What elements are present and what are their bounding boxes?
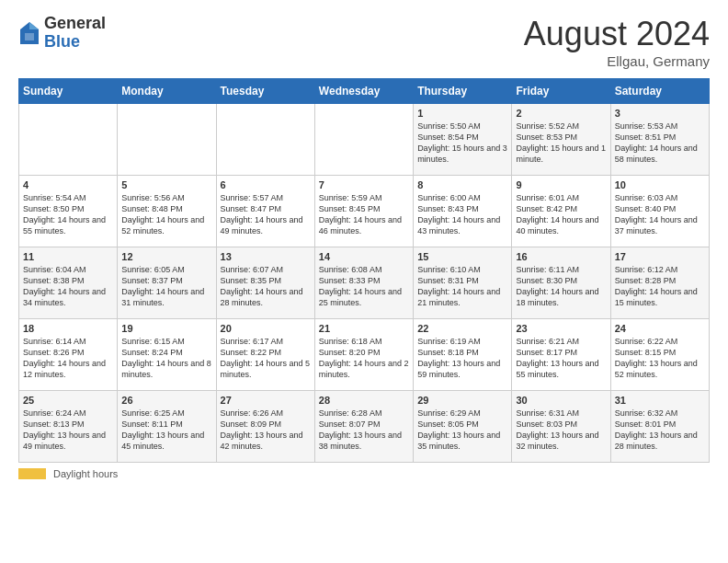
location: Ellgau, Germany	[524, 53, 710, 69]
cell-1-5: 9Sunrise: 6:01 AM Sunset: 8:42 PM Daylig…	[512, 176, 610, 247]
day-number: 6	[221, 179, 311, 190]
day-info: Sunrise: 5:50 AM Sunset: 8:54 PM Dayligh…	[417, 121, 507, 166]
day-info: Sunrise: 6:15 AM Sunset: 8:24 PM Dayligh…	[121, 336, 211, 381]
day-number: 18	[23, 323, 113, 334]
day-info: Sunrise: 6:26 AM Sunset: 8:09 PM Dayligh…	[221, 408, 311, 453]
day-number: 3	[615, 108, 705, 119]
cell-4-1: 26Sunrise: 6:25 AM Sunset: 8:11 PM Dayli…	[118, 391, 216, 463]
day-number: 26	[121, 395, 211, 406]
svg-rect-2	[25, 33, 34, 40]
day-info: Sunrise: 6:19 AM Sunset: 8:18 PM Dayligh…	[417, 336, 507, 381]
cell-3-5: 23Sunrise: 6:21 AM Sunset: 8:17 PM Dayli…	[512, 319, 610, 391]
day-number: 1	[417, 108, 507, 119]
day-info: Sunrise: 6:03 AM Sunset: 8:40 PM Dayligh…	[615, 192, 705, 237]
day-info: Sunrise: 6:14 AM Sunset: 8:26 PM Dayligh…	[23, 336, 113, 381]
day-info: Sunrise: 6:21 AM Sunset: 8:17 PM Dayligh…	[516, 336, 606, 381]
day-number: 22	[417, 323, 507, 334]
cell-4-0: 25Sunrise: 6:24 AM Sunset: 8:13 PM Dayli…	[19, 391, 118, 463]
week-row-4: 25Sunrise: 6:24 AM Sunset: 8:13 PM Dayli…	[19, 391, 710, 463]
day-info: Sunrise: 6:22 AM Sunset: 8:15 PM Dayligh…	[615, 336, 705, 381]
day-info: Sunrise: 6:10 AM Sunset: 8:31 PM Dayligh…	[417, 264, 507, 309]
day-number: 24	[615, 323, 705, 334]
cell-0-2	[216, 104, 314, 176]
col-friday: Friday	[512, 79, 610, 104]
col-monday: Monday	[118, 79, 216, 104]
header: GeneralBlue August 2024 Ellgau, Germany	[18, 15, 710, 69]
day-number: 28	[319, 395, 409, 406]
day-info: Sunrise: 6:11 AM Sunset: 8:30 PM Dayligh…	[516, 264, 606, 309]
daylight-swatch	[18, 468, 46, 479]
logo-icon	[18, 20, 40, 46]
col-thursday: Thursday	[414, 79, 512, 104]
header-row: Sunday Monday Tuesday Wednesday Thursday…	[19, 79, 710, 104]
day-number: 10	[615, 179, 705, 190]
day-info: Sunrise: 5:57 AM Sunset: 8:47 PM Dayligh…	[221, 192, 311, 237]
title-block: August 2024 Ellgau, Germany	[524, 15, 710, 69]
cell-0-0	[19, 104, 118, 176]
cell-3-3: 21Sunrise: 6:18 AM Sunset: 8:20 PM Dayli…	[314, 319, 413, 391]
day-number: 9	[516, 179, 606, 190]
day-number: 19	[121, 323, 211, 334]
cell-0-1	[118, 104, 216, 176]
day-number: 21	[319, 323, 409, 334]
day-number: 15	[417, 251, 507, 262]
col-wednesday: Wednesday	[314, 79, 413, 104]
day-info: Sunrise: 5:59 AM Sunset: 8:45 PM Dayligh…	[319, 192, 409, 237]
logo: GeneralBlue	[18, 15, 106, 52]
svg-marker-1	[29, 22, 39, 29]
day-number: 14	[319, 251, 409, 262]
cell-1-4: 8Sunrise: 6:00 AM Sunset: 8:43 PM Daylig…	[414, 176, 512, 247]
cell-2-6: 17Sunrise: 6:12 AM Sunset: 8:28 PM Dayli…	[610, 247, 709, 319]
logo-general: General	[44, 15, 106, 33]
day-info: Sunrise: 6:31 AM Sunset: 8:03 PM Dayligh…	[516, 408, 606, 453]
cell-2-1: 12Sunrise: 6:05 AM Sunset: 8:37 PM Dayli…	[118, 247, 216, 319]
cell-1-2: 6Sunrise: 5:57 AM Sunset: 8:47 PM Daylig…	[216, 176, 314, 247]
day-info: Sunrise: 6:28 AM Sunset: 8:07 PM Dayligh…	[319, 408, 409, 453]
day-info: Sunrise: 6:32 AM Sunset: 8:01 PM Dayligh…	[615, 408, 705, 453]
day-info: Sunrise: 6:29 AM Sunset: 8:05 PM Dayligh…	[417, 408, 507, 453]
footer: Daylight hours	[18, 468, 710, 479]
cell-2-4: 15Sunrise: 6:10 AM Sunset: 8:31 PM Dayli…	[414, 247, 512, 319]
cell-3-6: 24Sunrise: 6:22 AM Sunset: 8:15 PM Dayli…	[610, 319, 709, 391]
day-number: 23	[516, 323, 606, 334]
day-number: 31	[615, 395, 705, 406]
cell-2-3: 14Sunrise: 6:08 AM Sunset: 8:33 PM Dayli…	[314, 247, 413, 319]
logo-text: GeneralBlue	[44, 15, 106, 52]
cell-4-2: 27Sunrise: 6:26 AM Sunset: 8:09 PM Dayli…	[216, 391, 314, 463]
day-info: Sunrise: 6:18 AM Sunset: 8:20 PM Dayligh…	[319, 336, 409, 381]
cell-4-6: 31Sunrise: 6:32 AM Sunset: 8:01 PM Dayli…	[610, 391, 709, 463]
day-number: 29	[417, 395, 507, 406]
cell-3-4: 22Sunrise: 6:19 AM Sunset: 8:18 PM Dayli…	[414, 319, 512, 391]
week-row-1: 4Sunrise: 5:54 AM Sunset: 8:50 PM Daylig…	[19, 176, 710, 247]
cell-3-0: 18Sunrise: 6:14 AM Sunset: 8:26 PM Dayli…	[19, 319, 118, 391]
day-info: Sunrise: 5:52 AM Sunset: 8:53 PM Dayligh…	[516, 121, 606, 166]
cell-0-6: 3Sunrise: 5:53 AM Sunset: 8:51 PM Daylig…	[610, 104, 709, 176]
day-number: 12	[121, 251, 211, 262]
day-info: Sunrise: 6:17 AM Sunset: 8:22 PM Dayligh…	[221, 336, 311, 381]
cell-3-1: 19Sunrise: 6:15 AM Sunset: 8:24 PM Dayli…	[118, 319, 216, 391]
day-info: Sunrise: 6:00 AM Sunset: 8:43 PM Dayligh…	[417, 192, 507, 237]
month-title: August 2024	[524, 15, 710, 53]
day-info: Sunrise: 5:56 AM Sunset: 8:48 PM Dayligh…	[121, 192, 211, 237]
day-number: 20	[221, 323, 311, 334]
day-info: Sunrise: 6:04 AM Sunset: 8:38 PM Dayligh…	[23, 264, 113, 309]
cell-4-3: 28Sunrise: 6:28 AM Sunset: 8:07 PM Dayli…	[314, 391, 413, 463]
page: GeneralBlue August 2024 Ellgau, Germany …	[0, 0, 728, 488]
cell-4-5: 30Sunrise: 6:31 AM Sunset: 8:03 PM Dayli…	[512, 391, 610, 463]
cell-4-4: 29Sunrise: 6:29 AM Sunset: 8:05 PM Dayli…	[414, 391, 512, 463]
week-row-0: 1Sunrise: 5:50 AM Sunset: 8:54 PM Daylig…	[19, 104, 710, 176]
cell-3-2: 20Sunrise: 6:17 AM Sunset: 8:22 PM Dayli…	[216, 319, 314, 391]
day-number: 2	[516, 108, 606, 119]
day-number: 30	[516, 395, 606, 406]
cell-1-1: 5Sunrise: 5:56 AM Sunset: 8:48 PM Daylig…	[118, 176, 216, 247]
cell-1-6: 10Sunrise: 6:03 AM Sunset: 8:40 PM Dayli…	[610, 176, 709, 247]
day-number: 25	[23, 395, 113, 406]
daylight-label: Daylight hours	[53, 468, 118, 479]
day-number: 7	[319, 179, 409, 190]
calendar-body: 1Sunrise: 5:50 AM Sunset: 8:54 PM Daylig…	[19, 104, 710, 463]
day-info: Sunrise: 6:24 AM Sunset: 8:13 PM Dayligh…	[23, 408, 113, 453]
day-info: Sunrise: 5:53 AM Sunset: 8:51 PM Dayligh…	[615, 121, 705, 166]
cell-1-3: 7Sunrise: 5:59 AM Sunset: 8:45 PM Daylig…	[314, 176, 413, 247]
day-info: Sunrise: 6:25 AM Sunset: 8:11 PM Dayligh…	[121, 408, 211, 453]
cell-2-0: 11Sunrise: 6:04 AM Sunset: 8:38 PM Dayli…	[19, 247, 118, 319]
